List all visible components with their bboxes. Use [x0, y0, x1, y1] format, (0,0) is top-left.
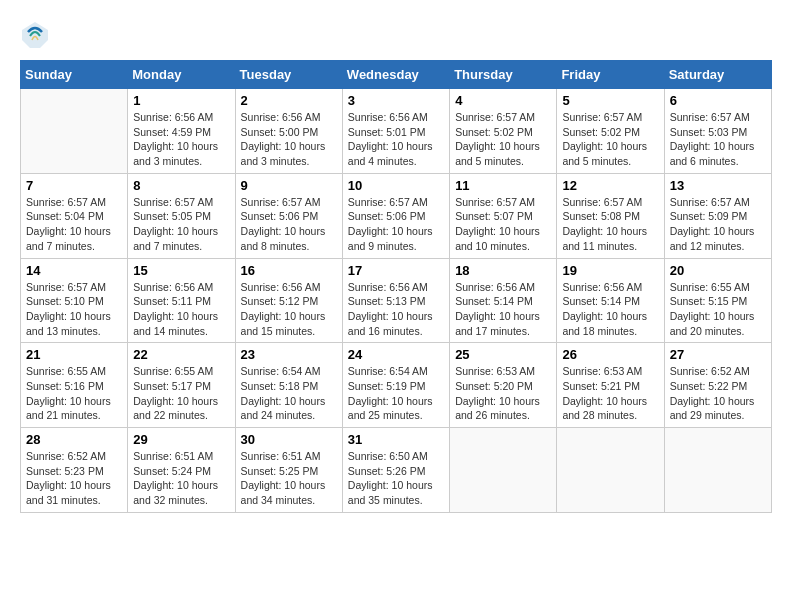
day-number: 28 [26, 432, 122, 447]
day-number: 22 [133, 347, 229, 362]
calendar-cell: 25 Sunrise: 6:53 AM Sunset: 5:20 PM Dayl… [450, 343, 557, 428]
daylight: Daylight: 10 hours and 12 minutes. [670, 224, 766, 253]
day-info: Sunrise: 6:57 AM Sunset: 5:08 PM Dayligh… [562, 195, 658, 254]
day-info: Sunrise: 6:57 AM Sunset: 5:04 PM Dayligh… [26, 195, 122, 254]
calendar-cell [21, 89, 128, 174]
sunrise: Sunrise: 6:53 AM [455, 364, 551, 379]
sunrise: Sunrise: 6:56 AM [348, 110, 444, 125]
sunset: Sunset: 5:03 PM [670, 125, 766, 140]
sunrise: Sunrise: 6:55 AM [670, 280, 766, 295]
calendar-week-row: 28 Sunrise: 6:52 AM Sunset: 5:23 PM Dayl… [21, 428, 772, 513]
sunset: Sunset: 5:14 PM [455, 294, 551, 309]
day-info: Sunrise: 6:52 AM Sunset: 5:22 PM Dayligh… [670, 364, 766, 423]
daylight: Daylight: 10 hours and 35 minutes. [348, 478, 444, 507]
sunset: Sunset: 5:26 PM [348, 464, 444, 479]
day-info: Sunrise: 6:53 AM Sunset: 5:20 PM Dayligh… [455, 364, 551, 423]
calendar-cell [450, 428, 557, 513]
day-number: 7 [26, 178, 122, 193]
daylight: Daylight: 10 hours and 10 minutes. [455, 224, 551, 253]
sunset: Sunset: 5:14 PM [562, 294, 658, 309]
daylight: Daylight: 10 hours and 6 minutes. [670, 139, 766, 168]
sunrise: Sunrise: 6:55 AM [133, 364, 229, 379]
day-number: 11 [455, 178, 551, 193]
daylight: Daylight: 10 hours and 28 minutes. [562, 394, 658, 423]
calendar-week-row: 1 Sunrise: 6:56 AM Sunset: 4:59 PM Dayli… [21, 89, 772, 174]
day-number: 5 [562, 93, 658, 108]
sunset: Sunset: 5:22 PM [670, 379, 766, 394]
daylight: Daylight: 10 hours and 18 minutes. [562, 309, 658, 338]
weekday-header: Tuesday [235, 61, 342, 89]
sunrise: Sunrise: 6:54 AM [241, 364, 337, 379]
daylight: Daylight: 10 hours and 5 minutes. [562, 139, 658, 168]
day-info: Sunrise: 6:56 AM Sunset: 5:13 PM Dayligh… [348, 280, 444, 339]
sunrise: Sunrise: 6:56 AM [133, 280, 229, 295]
calendar-cell: 18 Sunrise: 6:56 AM Sunset: 5:14 PM Dayl… [450, 258, 557, 343]
sunset: Sunset: 5:10 PM [26, 294, 122, 309]
calendar-cell: 11 Sunrise: 6:57 AM Sunset: 5:07 PM Dayl… [450, 173, 557, 258]
day-number: 30 [241, 432, 337, 447]
calendar-cell: 3 Sunrise: 6:56 AM Sunset: 5:01 PM Dayli… [342, 89, 449, 174]
day-info: Sunrise: 6:55 AM Sunset: 5:16 PM Dayligh… [26, 364, 122, 423]
day-info: Sunrise: 6:54 AM Sunset: 5:19 PM Dayligh… [348, 364, 444, 423]
calendar-cell: 5 Sunrise: 6:57 AM Sunset: 5:02 PM Dayli… [557, 89, 664, 174]
day-number: 3 [348, 93, 444, 108]
day-number: 1 [133, 93, 229, 108]
day-info: Sunrise: 6:57 AM Sunset: 5:02 PM Dayligh… [455, 110, 551, 169]
weekday-header: Saturday [664, 61, 771, 89]
sunset: Sunset: 5:11 PM [133, 294, 229, 309]
day-number: 6 [670, 93, 766, 108]
day-info: Sunrise: 6:57 AM Sunset: 5:02 PM Dayligh… [562, 110, 658, 169]
sunrise: Sunrise: 6:57 AM [562, 110, 658, 125]
sunset: Sunset: 5:21 PM [562, 379, 658, 394]
daylight: Daylight: 10 hours and 15 minutes. [241, 309, 337, 338]
calendar-cell [664, 428, 771, 513]
sunrise: Sunrise: 6:55 AM [26, 364, 122, 379]
day-info: Sunrise: 6:57 AM Sunset: 5:03 PM Dayligh… [670, 110, 766, 169]
day-number: 20 [670, 263, 766, 278]
day-info: Sunrise: 6:56 AM Sunset: 5:11 PM Dayligh… [133, 280, 229, 339]
daylight: Daylight: 10 hours and 9 minutes. [348, 224, 444, 253]
calendar-header-row: SundayMondayTuesdayWednesdayThursdayFrid… [21, 61, 772, 89]
calendar-table: SundayMondayTuesdayWednesdayThursdayFrid… [20, 60, 772, 513]
daylight: Daylight: 10 hours and 16 minutes. [348, 309, 444, 338]
day-info: Sunrise: 6:56 AM Sunset: 5:14 PM Dayligh… [455, 280, 551, 339]
sunset: Sunset: 5:09 PM [670, 209, 766, 224]
daylight: Daylight: 10 hours and 21 minutes. [26, 394, 122, 423]
sunrise: Sunrise: 6:51 AM [241, 449, 337, 464]
sunrise: Sunrise: 6:56 AM [562, 280, 658, 295]
sunset: Sunset: 5:13 PM [348, 294, 444, 309]
sunrise: Sunrise: 6:56 AM [455, 280, 551, 295]
weekday-header: Friday [557, 61, 664, 89]
calendar-cell: 28 Sunrise: 6:52 AM Sunset: 5:23 PM Dayl… [21, 428, 128, 513]
calendar-cell: 26 Sunrise: 6:53 AM Sunset: 5:21 PM Dayl… [557, 343, 664, 428]
day-number: 17 [348, 263, 444, 278]
day-number: 4 [455, 93, 551, 108]
day-info: Sunrise: 6:51 AM Sunset: 5:25 PM Dayligh… [241, 449, 337, 508]
weekday-header: Thursday [450, 61, 557, 89]
day-info: Sunrise: 6:57 AM Sunset: 5:06 PM Dayligh… [348, 195, 444, 254]
day-info: Sunrise: 6:55 AM Sunset: 5:15 PM Dayligh… [670, 280, 766, 339]
day-number: 19 [562, 263, 658, 278]
calendar-cell: 10 Sunrise: 6:57 AM Sunset: 5:06 PM Dayl… [342, 173, 449, 258]
sunset: Sunset: 5:25 PM [241, 464, 337, 479]
sunrise: Sunrise: 6:57 AM [133, 195, 229, 210]
day-info: Sunrise: 6:57 AM Sunset: 5:09 PM Dayligh… [670, 195, 766, 254]
sunset: Sunset: 5:04 PM [26, 209, 122, 224]
daylight: Daylight: 10 hours and 13 minutes. [26, 309, 122, 338]
day-number: 2 [241, 93, 337, 108]
daylight: Daylight: 10 hours and 32 minutes. [133, 478, 229, 507]
day-info: Sunrise: 6:56 AM Sunset: 5:00 PM Dayligh… [241, 110, 337, 169]
day-number: 12 [562, 178, 658, 193]
sunset: Sunset: 5:19 PM [348, 379, 444, 394]
calendar-cell: 27 Sunrise: 6:52 AM Sunset: 5:22 PM Dayl… [664, 343, 771, 428]
calendar-cell: 8 Sunrise: 6:57 AM Sunset: 5:05 PM Dayli… [128, 173, 235, 258]
sunrise: Sunrise: 6:52 AM [26, 449, 122, 464]
sunset: Sunset: 5:17 PM [133, 379, 229, 394]
sunset: Sunset: 5:06 PM [348, 209, 444, 224]
page-header [20, 20, 772, 50]
sunrise: Sunrise: 6:52 AM [670, 364, 766, 379]
day-info: Sunrise: 6:57 AM Sunset: 5:10 PM Dayligh… [26, 280, 122, 339]
sunrise: Sunrise: 6:56 AM [241, 280, 337, 295]
day-number: 24 [348, 347, 444, 362]
day-number: 29 [133, 432, 229, 447]
